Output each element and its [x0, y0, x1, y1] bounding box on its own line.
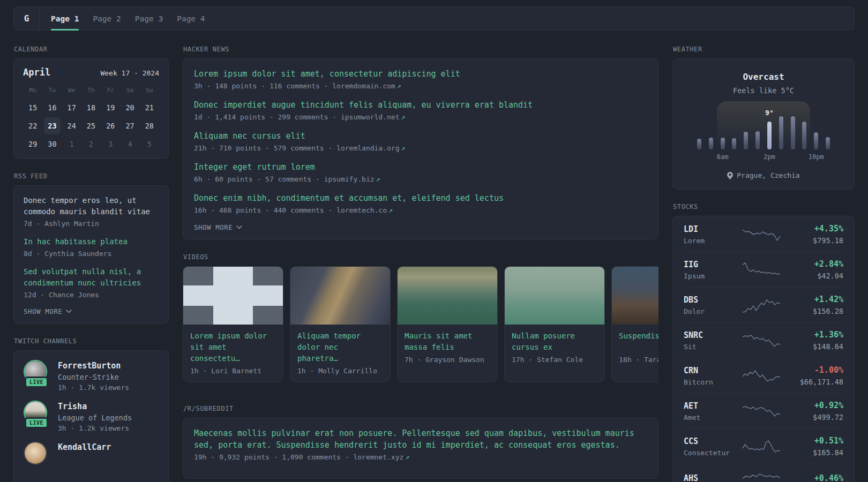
external-link-icon: ↗	[397, 82, 401, 90]
hn-item-title: Aliquam nec cursus elit	[194, 130, 647, 142]
hn-item[interactable]: Donec imperdiet augue tincidunt felis al…	[194, 99, 647, 121]
stock-price: $165.84	[785, 448, 843, 457]
stock-row[interactable]: SNRCSit +1.36%$148.64	[684, 322, 843, 358]
chevron-down-icon	[236, 225, 242, 229]
rss-item-title: In hac habitasse platea	[24, 236, 159, 247]
hn-item[interactable]: Aliquam nec cursus elit 21h · 710 points…	[194, 130, 647, 152]
video-title: Suspendisse diam	[619, 330, 659, 353]
calendar-day: 17	[64, 99, 80, 116]
weather-bar	[732, 138, 736, 149]
live-badge: LIVE	[25, 376, 48, 388]
twitch-label: TWITCH CHANNELS	[14, 337, 169, 345]
stock-ticker: CRN	[684, 366, 737, 375]
calendar-day: 3	[102, 135, 118, 153]
hn-item-meta: 16h · 468 points · 440 comments · loremt…	[194, 206, 647, 214]
weather-bar	[744, 132, 748, 149]
calendar-day: 28	[141, 117, 158, 134]
weather-bar	[755, 131, 760, 149]
weather-bar	[791, 116, 795, 149]
video-card[interactable]: Suspendisse diam 18h · Tara	[611, 266, 659, 382]
stock-row[interactable]: DBSDolor +1.42%$156.28	[684, 287, 843, 322]
stock-change: +0.46%	[785, 473, 843, 482]
twitch-channel-row[interactable]: KendallCarr	[24, 441, 159, 469]
hn-show-more-button[interactable]: SHOW MORE	[194, 223, 647, 231]
calendar-day: 4	[122, 135, 138, 153]
calendar-day: 15	[25, 99, 41, 116]
channel-name: Trisha	[58, 402, 132, 411]
hn-item[interactable]: Donec enim nibh, condimentum et accumsan…	[194, 192, 647, 214]
weather-bar	[697, 139, 701, 149]
calendar-day: 25	[83, 117, 99, 134]
hn-item-title: Integer eget rutrum lorem	[194, 161, 647, 173]
hn-item-meta: 3h · 148 points · 116 comments · loremdo…	[194, 82, 647, 90]
hn-item[interactable]: Lorem ipsum dolor sit amet, consectetur …	[194, 68, 647, 90]
video-card[interactable]: Aliquam tempor dolor nec pharetra… 1h · …	[290, 266, 391, 382]
stock-row[interactable]: LDILorem +4.35%$795.18	[684, 217, 843, 252]
avatar: LIVE	[24, 360, 49, 388]
stock-row[interactable]: IIGIpsum +2.84%$42.04	[684, 252, 843, 287]
video-title: Nullam posuere cursus ex	[512, 330, 597, 353]
stock-sparkline	[737, 262, 785, 278]
stock-row[interactable]: CRNBitcorn -1.00%$66,171.48	[684, 358, 843, 393]
calendar-day: 21	[141, 99, 158, 116]
twitch-widget: TWITCH CHANNELS LIVE ForrestBurton Count…	[13, 337, 169, 482]
rss-item-title: Donec tempor eros leo, ut commodo mauris…	[24, 195, 159, 217]
stock-row[interactable]: AHS +0.46%	[684, 464, 843, 482]
video-meta: 1h · Molly Carrillo	[297, 367, 383, 375]
calendar-day: 2	[83, 135, 99, 153]
tab-page-3[interactable]: Page 3	[135, 7, 163, 30]
stock-sparkline	[737, 227, 785, 243]
stock-ticker: LDI	[684, 224, 737, 234]
calendar-day: 27	[122, 117, 138, 134]
weather-condition: Overcast	[684, 72, 843, 82]
video-thumbnail	[183, 267, 283, 325]
calendar-day: 29	[25, 135, 41, 153]
calendar-day: 5	[141, 135, 158, 153]
subreddit-label: /R/SUBREDDIT	[183, 405, 659, 412]
middle-column: HACKER NEWS Lorem ipsum dolor sit amet, …	[183, 46, 659, 482]
stock-row[interactable]: AETAmet +0.92%$499.72	[684, 393, 843, 428]
stock-sparkline	[737, 368, 785, 384]
twitch-channel-row[interactable]: LIVE ForrestBurton Counter-Strike 1h · 1…	[24, 360, 159, 391]
weather-bar	[814, 132, 818, 149]
rss-item[interactable]: Sed volutpat nulla nisl, a condimentum n…	[24, 266, 159, 299]
rss-item[interactable]: In hac habitasse platea 8d · Cynthia Sau…	[24, 236, 159, 258]
subreddit-card: Maecenas mollis pulvinar erat non posuer…	[183, 418, 659, 479]
stock-change: +4.35%	[785, 224, 843, 234]
video-meta: 17h · Stefan Cole	[512, 356, 597, 364]
stock-change: -1.00%	[785, 365, 843, 375]
hn-item-title: Donec imperdiet augue tincidunt felis al…	[194, 99, 647, 111]
tab-page-1[interactable]: Page 1	[51, 7, 79, 30]
rss-item-meta: 12d · Chance Jones	[24, 291, 159, 299]
tab-page-2[interactable]: Page 2	[93, 7, 121, 30]
avatar: LIVE	[24, 401, 49, 428]
tab-page-4[interactable]: Page 4	[177, 7, 205, 30]
weather-card: Overcast Feels like 5°C 6am2pm10pm9° Pra…	[672, 58, 855, 190]
calendar-week-info: Week 17 · 2024	[100, 69, 159, 77]
calendar-day: 20	[122, 99, 138, 116]
stock-ticker: SNRC	[684, 330, 737, 340]
video-card[interactable]: Lorem ipsum dolor sit amet consectetu… 1…	[183, 266, 283, 382]
rss-item[interactable]: Donec tempor eros leo, ut commodo mauris…	[24, 195, 159, 228]
calendar-label: CALENDAR	[14, 46, 169, 53]
video-thumbnail	[398, 267, 497, 325]
app-logo[interactable]: G	[14, 7, 39, 30]
video-card[interactable]: Nullam posuere cursus ex 17h · Stefan Co…	[504, 266, 605, 382]
reddit-post[interactable]: Maecenas mollis pulvinar erat non posuer…	[194, 427, 647, 461]
stock-row[interactable]: CCSConsectetur +0.51%$165.84	[684, 428, 843, 464]
calendar-day: 23	[44, 117, 60, 134]
top-nav: G Page 1 Page 2 Page 3 Page 4	[13, 6, 855, 31]
rss-widget: RSS FEED Donec tempor eros leo, ut commo…	[13, 172, 169, 324]
weather-widget: WEATHER Overcast Feels like 5°C 6am2pm10…	[672, 46, 855, 190]
twitch-channel-row[interactable]: LIVE Trisha League of Legends 3h · 1.2k …	[24, 401, 159, 432]
rss-show-more-button[interactable]: SHOW MORE	[24, 307, 159, 315]
video-card[interactable]: Mauris sit amet massa felis 7h · Grayson…	[397, 266, 498, 382]
weather-bar	[802, 122, 806, 149]
rss-item-title: Sed volutpat nulla nisl, a condimentum n…	[24, 266, 159, 289]
video-thumbnail	[612, 267, 659, 325]
calendar-day: 26	[102, 117, 118, 134]
channel-name: KendallCarr	[58, 442, 111, 452]
stock-price: $795.18	[785, 236, 843, 245]
hn-item[interactable]: Integer eget rutrum lorem 6h · 60 points…	[194, 161, 647, 183]
stock-price: $148.64	[785, 342, 843, 351]
